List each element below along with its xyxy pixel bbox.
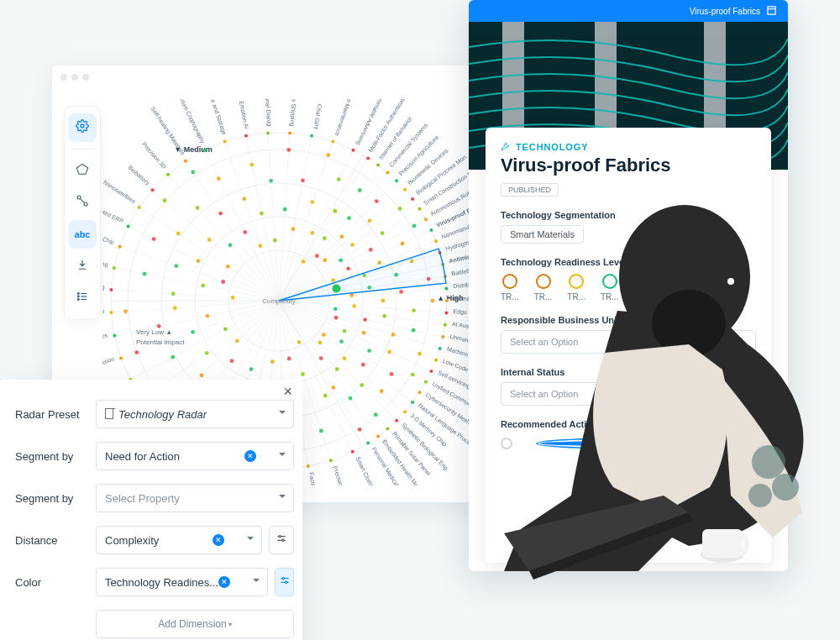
svg-point-179: [333, 209, 337, 213]
trl-option[interactable]: TR...: [534, 274, 553, 302]
svg-point-328: [282, 539, 284, 541]
svg-text:Hydrogen Production: Hydrogen Production: [102, 355, 115, 380]
recommended-action-radio[interactable]: [501, 438, 512, 449]
recommended-action-label: Recommended Action: [501, 419, 756, 429]
svg-line-111: [129, 227, 279, 301]
recommended-action-radio[interactable]: [744, 438, 756, 449]
window-icon[interactable]: [767, 6, 776, 17]
svg-rect-337: [768, 6, 775, 13]
trl-circle-icon: [602, 274, 617, 289]
svg-point-313: [349, 396, 353, 401]
shape-tool-button[interactable]: [68, 156, 97, 185]
svg-point-248: [431, 299, 435, 303]
segment1-value: Need for Action: [105, 450, 180, 463]
color-adjust-button[interactable]: [275, 568, 294, 596]
sliders-icon: [276, 532, 287, 548]
preset-select[interactable]: Technology Radar: [96, 400, 294, 428]
settings-button[interactable]: [68, 113, 97, 142]
distance-select[interactable]: Complexity ✕: [96, 526, 262, 554]
svg-point-22: [351, 450, 354, 454]
color-select[interactable]: Technology Readines... ✕: [96, 568, 268, 596]
segmentation-label: Technology Segmentation: [501, 210, 756, 220]
svg-point-293: [361, 363, 365, 367]
svg-point-102: [113, 266, 116, 270]
svg-text:Carbon Capture and Storage: Carbon Capture and Storage: [197, 99, 228, 136]
radar-config-panel: × Radar Preset Technology Radar Segment …: [0, 380, 302, 640]
svg-point-203: [350, 243, 354, 247]
svg-point-122: [151, 188, 155, 191]
svg-point-307: [386, 427, 389, 430]
svg-point-187: [386, 171, 389, 175]
svg-point-219: [401, 242, 405, 246]
segment2-select[interactable]: Select Property: [96, 484, 294, 512]
svg-point-118: [226, 265, 230, 269]
category-eyebrow: TECHNOLOGY: [501, 141, 756, 153]
bookmark-icon: [105, 409, 113, 419]
svg-point-74: [205, 351, 209, 355]
svg-point-182: [376, 164, 380, 167]
svg-point-188: [347, 216, 351, 220]
svg-point-308: [335, 367, 339, 371]
svg-point-127: [166, 173, 170, 176]
clear-distance-button[interactable]: ✕: [213, 534, 224, 546]
svg-point-297: [403, 410, 407, 413]
svg-point-83: [191, 330, 195, 334]
trl-option[interactable]: TR...: [634, 274, 653, 302]
add-dimension-button[interactable]: Add Dimension ▾: [96, 610, 294, 638]
connection-tool-button[interactable]: [68, 188, 97, 217]
svg-point-183: [323, 236, 327, 240]
svg-point-272: [434, 359, 438, 362]
clear-color-button[interactable]: ✕: [218, 576, 230, 588]
segmentation-tag[interactable]: Smart Materials: [501, 225, 584, 244]
bu-select[interactable]: Select an Option: [501, 330, 756, 354]
svg-point-144: [258, 244, 262, 248]
svg-text:Facial Recognition: Facial Recognition: [307, 472, 323, 485]
technology-detail-panel: Virus-proof Fabrics TECHNOLOGY Virus-p: [469, 0, 788, 571]
trl-option-label: TR...: [567, 292, 585, 302]
svg-point-174: [337, 177, 341, 181]
svg-point-154: [269, 179, 273, 183]
close-button[interactable]: ×: [283, 383, 292, 401]
svg-point-288: [339, 339, 344, 344]
svg-point-331: [282, 578, 284, 580]
svg-point-98: [231, 296, 235, 300]
list-button[interactable]: [68, 284, 97, 312]
svg-text:Precision 3D: Precision 3D: [141, 141, 167, 170]
close-icon: ×: [283, 383, 292, 400]
svg-line-3: [80, 198, 84, 202]
svg-point-137: [203, 149, 207, 152]
svg-point-134: [218, 212, 223, 216]
svg-text:Quantum Cryptography: Quantum Cryptography: [173, 99, 207, 145]
svg-text:Biobattery: Biobattery: [127, 165, 151, 187]
recommended-action-radio[interactable]: [536, 438, 721, 449]
trl-option[interactable]: TR...: [601, 274, 619, 302]
svg-point-158: [283, 207, 287, 212]
svg-point-257: [444, 323, 447, 327]
trl-option[interactable]: TR...: [567, 274, 585, 302]
trl-option[interactable]: TR...: [501, 274, 519, 302]
svg-text:Distributed ERP: Distributed ERP: [102, 201, 124, 224]
svg-point-108: [174, 264, 178, 268]
distance-adjust-button[interactable]: [269, 526, 294, 554]
svg-point-299: [343, 356, 347, 360]
svg-point-253: [352, 304, 356, 308]
svg-point-97: [109, 288, 113, 291]
svg-point-199: [368, 218, 372, 223]
internal-status-select[interactable]: Select an Option: [501, 382, 756, 406]
svg-point-29: [319, 429, 323, 433]
field-label-segment2: Segment by: [15, 492, 96, 505]
trl-selector: TR...TR...TR...TR...TR...: [501, 274, 756, 302]
svg-point-142: [223, 140, 227, 144]
svg-point-222: [434, 239, 438, 243]
sliders-icon: [279, 574, 291, 590]
download-button[interactable]: [68, 252, 97, 281]
svg-point-129: [228, 243, 233, 247]
svg-point-278: [387, 349, 391, 354]
segment1-select[interactable]: Need for Action ✕: [96, 442, 294, 470]
svg-point-69: [235, 339, 239, 344]
clear-segment1-button[interactable]: ✕: [244, 450, 256, 462]
chevron-down-icon: ▾: [228, 621, 232, 628]
labels-toggle-button[interactable]: abc: [68, 220, 97, 249]
svg-point-267: [438, 347, 442, 350]
svg-point-277: [430, 370, 433, 373]
